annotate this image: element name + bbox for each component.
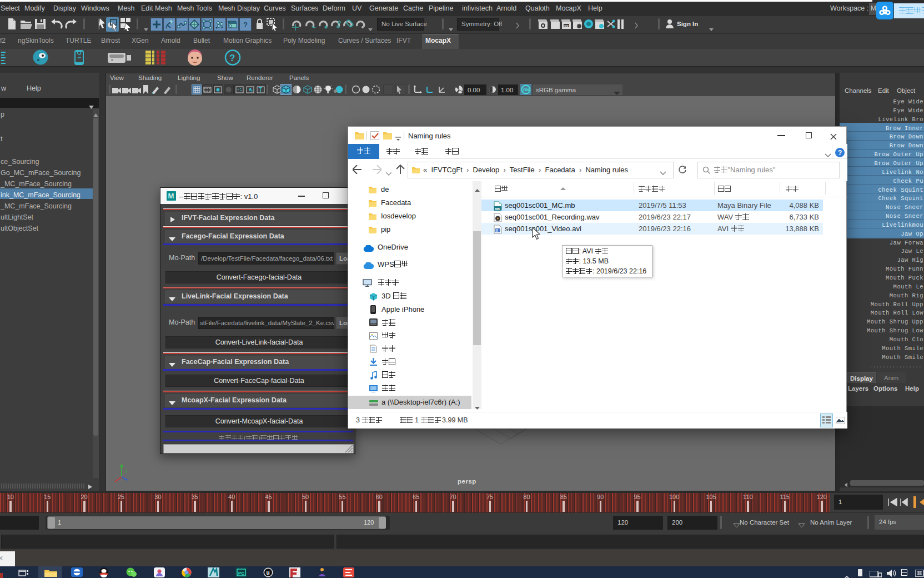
svg-text:?: ? (243, 21, 248, 29)
svg-text:T: T (259, 87, 262, 93)
svg-text:PC: PC (238, 571, 244, 576)
svg-text:u: u (267, 570, 270, 576)
svg-text:?: ? (838, 149, 842, 157)
svg-text:IPR: IPR (564, 24, 569, 28)
svg-text:ON: ON (523, 88, 529, 92)
svg-text:M: M (168, 192, 174, 200)
svg-text:y: y (125, 468, 128, 474)
svg-text:MB: MB (495, 207, 500, 211)
svg-text:?: ? (229, 53, 235, 63)
